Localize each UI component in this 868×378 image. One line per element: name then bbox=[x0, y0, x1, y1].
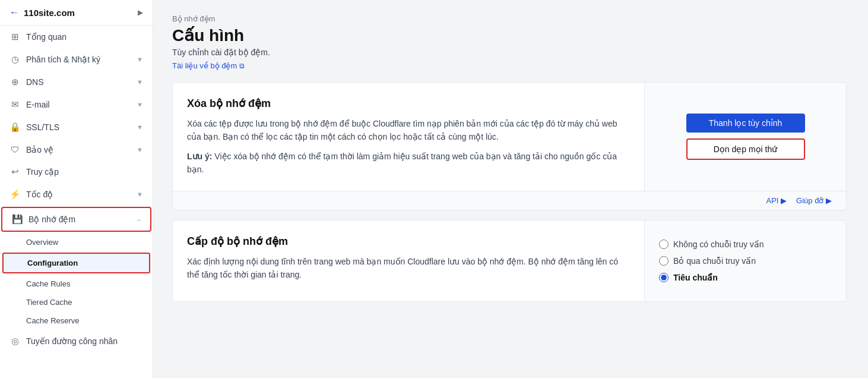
radio-ignore-query-input[interactable] bbox=[659, 256, 669, 266]
bao-ve-icon: 🛡 bbox=[9, 144, 20, 155]
truy-cap-icon: ↩ bbox=[9, 166, 20, 177]
cache-rules-label: Cache Rules bbox=[26, 279, 70, 288]
card-note-xoa: Lưu ý: Việc xóa bộ nhớ đệm có thể tạm th… bbox=[187, 150, 630, 177]
card-title-xoa: Xóa bộ nhớ đệm bbox=[187, 97, 630, 110]
cache-arrow: – bbox=[137, 216, 141, 223]
radio-no-query-input[interactable] bbox=[659, 240, 669, 249]
card-xoa-bo-nho-dem: Xóa bộ nhớ đệm Xóa các tệp được lưu tron… bbox=[172, 82, 847, 210]
ssl-label: SSL/TLS bbox=[26, 122, 59, 132]
cache-parent-label: Bộ nhớ đệm bbox=[28, 215, 75, 224]
radio-no-query[interactable]: Không có chuỗi truy vấn bbox=[659, 240, 832, 249]
dns-arrow: ▼ bbox=[137, 78, 143, 86]
nav-ssl-tls[interactable]: 🔒 SSL/TLS ▼ bbox=[0, 116, 153, 138]
card-right-cap-do: Không có chuỗi truy vấn Bỏ qua chuỗi tru… bbox=[644, 220, 846, 302]
card-cap-do: Cấp độ bộ nhớ đệm Xác định lượng nội dun… bbox=[172, 220, 847, 303]
nav-truy-cap[interactable]: ↩ Truy cập bbox=[0, 160, 153, 183]
tuyen-duong-icon: ◎ bbox=[9, 336, 20, 346]
card-note-text: Việc xóa bộ nhớ đệm có thể tạm thời làm … bbox=[187, 152, 617, 174]
tuyen-duong-label: Tuyến đường công nhân bbox=[26, 336, 118, 346]
radio-standard-label: Tiêu chuẩn bbox=[673, 273, 718, 282]
card-right-xoa: Thanh lọc tùy chỉnh Dọn dẹp mọi thứ bbox=[644, 83, 846, 191]
radio-standard-input[interactable] bbox=[659, 273, 669, 282]
toc-do-label: Tốc độ bbox=[26, 190, 53, 199]
phan-tich-icon: ◷ bbox=[9, 54, 20, 65]
radio-ignore-query-label: Bỏ qua chuỗi truy vấn bbox=[673, 256, 756, 266]
don-dep-button[interactable]: Dọn dẹp mọi thứ bbox=[686, 138, 805, 160]
radio-group-cap-do: Không có chuỗi truy vấn Bỏ qua chuỗi tru… bbox=[659, 240, 832, 282]
radio-ignore-query[interactable]: Bỏ qua chuỗi truy vấn bbox=[659, 256, 832, 266]
truy-cap-label: Truy cập bbox=[26, 167, 59, 177]
email-label: E-mail bbox=[26, 100, 50, 109]
bao-ve-label: Bảo vệ bbox=[26, 145, 53, 155]
card-footer-xoa: API ▶ Giúp đỡ ▶ bbox=[173, 191, 846, 210]
sidebar-item-configuration[interactable]: Configuration bbox=[2, 253, 150, 273]
main-content: Bộ nhớ đệm Cấu hình Tùy chỉnh cài đặt bộ… bbox=[153, 0, 868, 378]
site-domain: 110site.com bbox=[24, 8, 133, 18]
email-arrow: ▼ bbox=[137, 101, 143, 108]
toc-do-icon: ⚡ bbox=[9, 189, 20, 200]
tiered-cache-label: Tiered Cache bbox=[26, 298, 72, 307]
cache-icon: 💾 bbox=[12, 214, 23, 225]
sidebar-item-tiered-cache[interactable]: Tiered Cache bbox=[0, 293, 153, 311]
overview-label: Overview bbox=[26, 238, 58, 247]
doc-link[interactable]: Tài liệu về bộ đệm ⧉ bbox=[172, 61, 245, 70]
radio-standard[interactable]: Tiêu chuẩn bbox=[659, 273, 832, 282]
tong-quan-icon: ⊞ bbox=[9, 32, 20, 42]
help-link[interactable]: Giúp đỡ ▶ bbox=[796, 196, 832, 205]
nav-bao-ve[interactable]: 🛡 Bảo vệ ▼ bbox=[0, 138, 153, 160]
api-link-text: API ▶ bbox=[766, 196, 787, 205]
sidebar-header: ← 110site.com ▶ bbox=[0, 0, 153, 26]
nav-tong-quan[interactable]: ⊞ Tổng quan bbox=[0, 26, 153, 48]
dns-icon: ⊕ bbox=[9, 77, 20, 87]
breadcrumb: Bộ nhớ đệm bbox=[172, 14, 847, 23]
tong-quan-label: Tổng quan bbox=[26, 32, 66, 42]
dns-label: DNS bbox=[26, 77, 44, 87]
configuration-label: Configuration bbox=[27, 259, 78, 267]
nav-email[interactable]: ✉ E-mail ▼ bbox=[0, 93, 153, 116]
page-subtitle: Tùy chỉnh cài đặt bộ đệm. bbox=[172, 48, 847, 57]
radio-no-query-label: Không có chuỗi truy vấn bbox=[673, 240, 764, 249]
sidebar: ← 110site.com ▶ ⊞ Tổng quan ◷ Phân tích … bbox=[0, 0, 153, 378]
card-text-cap-do: Xác định lượng nội dung tĩnh trên trang … bbox=[187, 255, 630, 282]
nav-dns[interactable]: ⊕ DNS ▼ bbox=[0, 71, 153, 93]
nav-phan-tich[interactable]: ◷ Phân tích & Nhật ký ▼ bbox=[0, 48, 153, 71]
nav-tuyen-duong[interactable]: ◎ Tuyến đường công nhân bbox=[0, 330, 153, 352]
card-left-xoa: Xóa bộ nhớ đệm Xóa các tệp được lưu tron… bbox=[173, 83, 644, 191]
ssl-icon: 🔒 bbox=[9, 122, 20, 133]
email-icon: ✉ bbox=[9, 99, 20, 110]
back-button[interactable]: ← bbox=[9, 7, 19, 18]
cache-reserve-label: Cache Reserve bbox=[26, 316, 80, 325]
ssl-arrow: ▼ bbox=[137, 124, 143, 131]
sidebar-item-cache-rules[interactable]: Cache Rules bbox=[0, 275, 153, 293]
api-link[interactable]: API ▶ bbox=[766, 196, 787, 205]
card-text1-xoa: Xóa các tệp được lưu trong bộ nhớ đệm để… bbox=[187, 117, 630, 144]
sidebar-item-overview[interactable]: Overview bbox=[0, 233, 153, 251]
card-title-cap-do: Cấp độ bộ nhớ đệm bbox=[187, 235, 630, 248]
expand-icon: ▶ bbox=[138, 8, 143, 17]
phan-tich-label: Phân tích & Nhật ký bbox=[26, 55, 100, 64]
thanh-loc-button[interactable]: Thanh lọc tùy chỉnh bbox=[686, 114, 805, 133]
external-link-icon: ⧉ bbox=[239, 62, 245, 70]
toc-do-arrow: ▼ bbox=[137, 191, 143, 198]
help-link-text: Giúp đỡ ▶ bbox=[796, 196, 832, 205]
card-left-cap-do: Cấp độ bộ nhớ đệm Xác định lượng nội dun… bbox=[173, 220, 644, 302]
doc-link-text: Tài liệu về bộ đệm bbox=[172, 61, 237, 70]
sidebar-item-cache-reserve[interactable]: Cache Reserve bbox=[0, 311, 153, 330]
nav-toc-do[interactable]: ⚡ Tốc độ ▼ bbox=[0, 183, 153, 206]
phan-tich-arrow: ▼ bbox=[137, 56, 143, 63]
bao-ve-arrow: ▼ bbox=[137, 146, 143, 153]
nav-cache-parent[interactable]: 💾 Bộ nhớ đệm – bbox=[1, 207, 151, 232]
page-title: Cấu hình bbox=[172, 26, 847, 45]
